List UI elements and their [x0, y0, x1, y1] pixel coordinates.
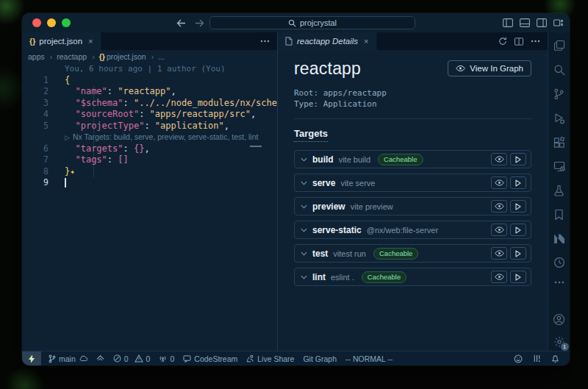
line-number: 1	[22, 75, 65, 87]
live-share-button[interactable]: Live Share	[242, 351, 298, 365]
account-icon[interactable]	[553, 313, 565, 326]
close-tab-icon[interactable]: ×	[364, 37, 368, 46]
notifications-bell-icon[interactable]	[547, 354, 564, 363]
git-branch-icon[interactable]	[553, 88, 564, 100]
gitlens-status-icon[interactable]	[92, 351, 109, 365]
feedback-smiley-icon[interactable]	[509, 354, 527, 363]
view-in-graph-label: View In Graph	[470, 64, 523, 73]
vscode-window: projcrystal { } project.json	[22, 13, 570, 365]
chevron-down-icon[interactable]	[301, 157, 307, 162]
remote-indicator[interactable]	[22, 351, 41, 365]
chevron-down-icon[interactable]	[301, 275, 307, 279]
ellipsis-icon[interactable]	[554, 281, 564, 284]
more-actions-icon[interactable]	[260, 40, 270, 43]
close-window-button[interactable]	[32, 18, 41, 27]
target-command: vite build	[339, 155, 370, 164]
view-target-icon[interactable]	[491, 200, 507, 213]
target-name: serve-static	[312, 225, 362, 235]
breadcrumb-item[interactable]: reactapp	[57, 52, 97, 61]
line-number: 9	[22, 177, 65, 189]
tab-bar-right: reactapp Details ×	[278, 32, 548, 50]
breadcrumb-item[interactable]: ...	[158, 52, 165, 61]
customize-layout-icon[interactable]	[553, 18, 564, 27]
view-target-icon[interactable]	[491, 224, 507, 236]
minimize-window-button[interactable]	[47, 18, 56, 27]
target-row-test[interactable]: testvitest runCacheable	[294, 244, 531, 263]
target-name: preview	[312, 201, 345, 212]
target-row-serve[interactable]: servevite serve	[294, 174, 531, 192]
breadcrumb-item[interactable]: { }project.json	[99, 52, 157, 61]
run-target-icon[interactable]	[510, 224, 526, 236]
chevron-down-icon[interactable]	[301, 251, 307, 256]
beaker-icon[interactable]	[553, 185, 564, 196]
maximize-window-button[interactable]	[62, 18, 71, 27]
run-target-icon[interactable]	[510, 176, 526, 189]
ports-indicator[interactable]: 0	[154, 351, 179, 365]
problems-indicator[interactable]: 0 0	[109, 351, 155, 365]
view-target-icon[interactable]	[491, 153, 507, 165]
target-row-preview[interactable]: previewvite preview	[294, 197, 531, 215]
search-icon[interactable]	[553, 64, 565, 76]
view-target-icon[interactable]	[491, 176, 507, 189]
view-target-icon[interactable]	[491, 271, 507, 283]
navigate-forward-icon[interactable]	[195, 19, 204, 27]
extensions-icon[interactable]	[553, 137, 565, 149]
code-line: 2 "name": "reactapp",	[22, 86, 277, 98]
code-editor[interactable]: You, 6 hours ago | 1 author (You)1{2 "na…	[22, 63, 277, 351]
toggle-sidebar-icon[interactable]	[503, 18, 513, 27]
view-in-graph-button[interactable]: View In Graph	[448, 60, 531, 76]
line-number	[22, 132, 65, 143]
sparkle-suggestion-icon: ✦	[70, 167, 75, 176]
target-row-serve-static[interactable]: serve-static@nx/web:file-server	[294, 221, 531, 239]
git-branch-icon	[49, 354, 56, 363]
live-share-icon	[246, 354, 254, 363]
files-icon[interactable]	[553, 40, 565, 51]
split-editor-icon[interactable]	[514, 38, 523, 46]
line-number: 4	[22, 109, 65, 121]
cacheable-badge: Cacheable	[378, 154, 423, 165]
settings-gear-icon[interactable]: 1	[553, 336, 565, 348]
navigate-back-icon[interactable]	[176, 19, 186, 27]
target-name: test	[312, 249, 328, 259]
vim-mode-label: -- NORMAL --	[345, 354, 392, 363]
target-row-build[interactable]: buildvite buildCacheable	[294, 150, 531, 168]
json-file-icon: { }	[99, 52, 104, 61]
screencast-mode-icon[interactable]	[528, 354, 545, 363]
project-root: Root: apps/reactapp	[294, 88, 531, 99]
warning-icon	[135, 354, 143, 363]
nx-icon[interactable]	[553, 233, 565, 244]
run-target-icon[interactable]	[510, 153, 526, 165]
vim-mode-indicator[interactable]: -- NORMAL --	[341, 351, 397, 365]
remote-icon[interactable]	[553, 161, 565, 172]
tab-reactapp-details[interactable]: reactapp Details ×	[278, 32, 377, 50]
git-branch-indicator[interactable]: main	[44, 351, 92, 365]
bookmark-icon[interactable]	[554, 209, 564, 221]
toggle-secondary-sidebar-icon[interactable]	[537, 18, 547, 27]
target-command: vitest run	[333, 249, 366, 258]
command-center-search[interactable]: projcrystal	[209, 16, 415, 29]
git-graph-button[interactable]: Git Graph	[298, 351, 341, 365]
run-target-icon[interactable]	[510, 247, 526, 260]
run-icon[interactable]	[553, 113, 565, 124]
cacheable-badge: Cacheable	[373, 248, 418, 260]
tab-label: project.json	[39, 37, 82, 46]
codestream-button[interactable]: CodeStream	[179, 351, 242, 365]
code-line: 5 "projectType": "application",	[22, 121, 277, 132]
gitlens-icon[interactable]	[553, 257, 565, 268]
refresh-icon[interactable]	[498, 37, 507, 46]
chevron-down-icon[interactable]	[301, 181, 307, 185]
more-actions-icon[interactable]	[531, 40, 540, 43]
nx-targets-codelens[interactable]: ▷Nx Targets: build, serve, preview, serv…	[22, 132, 277, 143]
run-target-icon[interactable]	[510, 200, 526, 213]
chevron-down-icon[interactable]	[301, 228, 307, 232]
radio-tower-icon	[159, 354, 167, 363]
close-tab-icon[interactable]: ×	[88, 37, 93, 46]
target-command: eslint .	[331, 273, 354, 282]
target-row-lint[interactable]: linteslint .Cacheable	[294, 268, 531, 286]
breadcrumb-item[interactable]: apps	[28, 52, 55, 61]
run-target-icon[interactable]	[510, 271, 526, 283]
tab-project-json[interactable]: { } project.json ×	[22, 32, 101, 50]
chevron-down-icon[interactable]	[301, 204, 307, 209]
toggle-panel-icon[interactable]	[520, 18, 530, 27]
view-target-icon[interactable]	[491, 247, 507, 260]
